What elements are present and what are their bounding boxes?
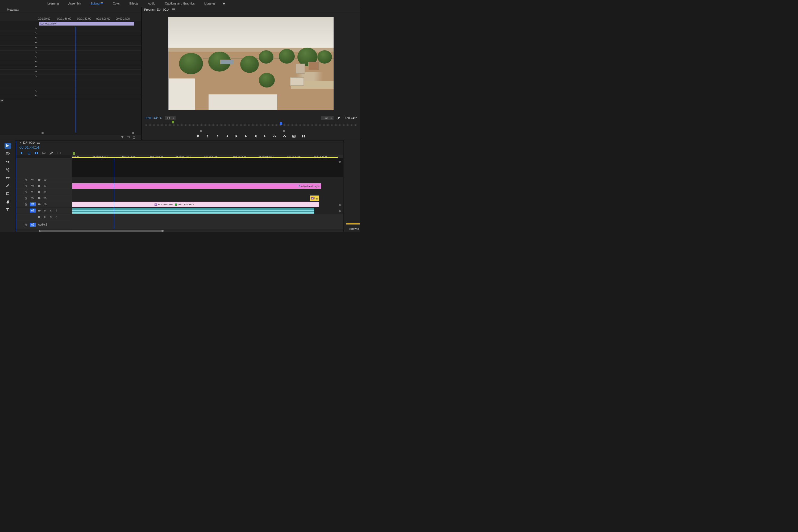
clip-v1-b[interactable]: DJI_0017.MP4: [174, 202, 319, 207]
close-icon[interactable]: ✕: [19, 141, 22, 144]
tab-color[interactable]: Color: [108, 0, 125, 7]
go-to-out-icon[interactable]: [263, 134, 268, 138]
panel-menu-icon[interactable]: [37, 142, 40, 144]
lock-icon[interactable]: [24, 224, 27, 226]
tab-overflow-icon[interactable]: [220, 2, 228, 5]
zoom-handle-right[interactable]: [162, 230, 164, 232]
tab-libraries[interactable]: Libraries: [200, 0, 220, 7]
track-header-a1[interactable]: A1MS: [16, 208, 72, 214]
lock-icon[interactable]: [24, 197, 27, 200]
clip-log[interactable]: fxlog: [310, 195, 319, 201]
ripple-edit-tool[interactable]: [4, 159, 11, 165]
track-header-v3[interactable]: V3: [16, 189, 72, 195]
panel-label[interactable]: Show d: [349, 227, 359, 230]
mark-in-icon[interactable]: [205, 134, 210, 138]
mute-button[interactable]: M: [44, 209, 47, 212]
track-label[interactable]: A1: [30, 209, 36, 212]
scroll-handle[interactable]: [339, 210, 341, 212]
settings-icon[interactable]: [49, 151, 54, 155]
track-label[interactable]: V1: [30, 203, 36, 206]
go-to-in-icon[interactable]: [225, 134, 229, 138]
tab-captions[interactable]: Captions and Graphics: [160, 0, 200, 7]
selection-tool[interactable]: [4, 143, 11, 149]
scroll-handle[interactable]: [339, 204, 341, 206]
clip-audio[interactable]: [72, 208, 314, 214]
extract-icon[interactable]: [282, 134, 287, 138]
track-header-v2[interactable]: V2: [16, 195, 72, 201]
sync-lock-icon[interactable]: [38, 191, 41, 193]
lock-icon[interactable]: [24, 185, 27, 187]
tab-audio[interactable]: Audio: [143, 0, 160, 7]
eye-icon[interactable]: [44, 191, 47, 193]
export-icon[interactable]: [132, 136, 136, 139]
program-timecode[interactable]: 00:01:44:14: [145, 116, 162, 120]
sync-lock-icon[interactable]: [38, 178, 41, 181]
tab-effects[interactable]: Effects: [125, 0, 143, 7]
work-area-bar[interactable]: [72, 157, 338, 158]
mic-icon[interactable]: [55, 215, 58, 218]
rectangle-tool[interactable]: [4, 191, 11, 196]
new-item-icon[interactable]: [126, 136, 130, 139]
captions-icon[interactable]: [57, 151, 61, 155]
track-select-tool[interactable]: [4, 151, 11, 157]
track-label[interactable]: A2: [30, 223, 36, 227]
lock-icon[interactable]: [24, 203, 27, 206]
slip-tool[interactable]: [4, 175, 11, 180]
resolution-dropdown[interactable]: Full: [321, 116, 334, 120]
type-tool[interactable]: [4, 207, 11, 212]
panel-menu-icon[interactable]: [172, 8, 175, 11]
lift-icon[interactable]: [272, 134, 277, 138]
sync-lock-icon[interactable]: [38, 209, 41, 212]
scroll-bar[interactable]: [141, 129, 360, 132]
tab-menu-icon[interactable]: [100, 2, 103, 4]
program-monitor[interactable]: [141, 12, 360, 115]
lock-icon[interactable]: [24, 191, 27, 193]
clip-v1-a[interactable]: fxDJI_0021.MP: [72, 202, 174, 207]
marker-icon[interactable]: [42, 151, 46, 155]
source-ruler[interactable]: 0:01:20:00 00:01:36:00 00:01:52:00 00:02…: [0, 17, 141, 21]
sync-lock-icon[interactable]: [38, 216, 41, 218]
program-scrubber[interactable]: [141, 121, 360, 129]
filter-icon[interactable]: [120, 136, 124, 139]
eye-icon[interactable]: [44, 178, 47, 181]
timeline-scrollbar[interactable]: [16, 229, 343, 231]
tab-learning[interactable]: Learning: [42, 0, 63, 7]
track-header-a2[interactable]: A2Audio 2: [16, 220, 72, 229]
scrubber-playhead[interactable]: [280, 122, 282, 125]
clip-adjustment-layer[interactable]: fxAdjustment Layer: [72, 183, 321, 189]
sync-lock-icon[interactable]: [38, 197, 41, 200]
step-forward-icon[interactable]: [253, 134, 258, 138]
hand-tool[interactable]: [4, 199, 11, 205]
program-header[interactable]: Program: DJI_0014: [141, 7, 360, 12]
timeline-clip-area[interactable]: fxAdjustment Layer fxlog fxDJI_0021.MP D…: [72, 158, 343, 229]
lock-icon[interactable]: [24, 178, 27, 181]
razor-tool[interactable]: [4, 167, 11, 173]
solo-button[interactable]: S: [49, 209, 52, 212]
mic-icon[interactable]: [55, 209, 58, 212]
track-label[interactable]: V4: [30, 184, 36, 188]
marker-icon[interactable]: [73, 152, 75, 155]
sequence-name[interactable]: DJI_0014: [23, 141, 36, 144]
comparison-view-icon[interactable]: [301, 134, 306, 138]
zoom-handle-left[interactable]: [41, 132, 44, 134]
insert-mode-icon[interactable]: [19, 151, 24, 155]
play-icon[interactable]: [244, 134, 248, 138]
source-clip[interactable]: DJI_0021.MP4: [39, 22, 134, 25]
eye-icon[interactable]: [44, 185, 47, 187]
track-label[interactable]: V2: [30, 196, 36, 200]
sync-lock-icon[interactable]: [38, 203, 41, 206]
track-header-v4[interactable]: V4: [16, 183, 72, 189]
export-frame-icon[interactable]: [291, 134, 296, 138]
zoom-handle-right[interactable]: [283, 130, 285, 132]
track-label[interactable]: V5: [30, 178, 36, 182]
solo-button[interactable]: S: [49, 216, 52, 218]
timeline-timecode[interactable]: 00:01:44:14: [19, 145, 75, 150]
track-header-v5[interactable]: V5: [16, 177, 72, 183]
settings-icon[interactable]: [337, 116, 341, 120]
zoom-handle-right[interactable]: [132, 132, 134, 134]
chevron-down-icon[interactable]: ▾: [0, 99, 4, 102]
tab-editing[interactable]: Editing: [86, 0, 108, 7]
zoom-dropdown[interactable]: Fit: [165, 116, 175, 120]
scroll-handle[interactable]: [339, 161, 341, 163]
track-header-a1b[interactable]: AMS: [16, 214, 72, 220]
